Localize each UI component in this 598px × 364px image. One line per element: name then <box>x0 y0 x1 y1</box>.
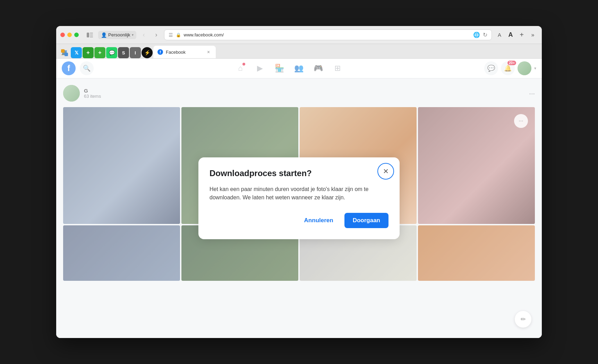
browser-actions: A A + » <box>495 30 538 40</box>
svg-rect-7 <box>65 53 68 56</box>
translate-icon[interactable]: 🌐 <box>473 32 480 38</box>
extension-relay-icon[interactable] <box>59 47 70 58</box>
svg-rect-0 <box>87 33 89 37</box>
new-tab-button[interactable]: + <box>517 30 527 40</box>
profile-button[interactable]: 👤 Persoonlijk ▾ <box>98 31 136 39</box>
close-icon: ✕ <box>383 167 389 175</box>
text-decrease-button[interactable]: A <box>495 30 504 40</box>
title-bar: 👤 Persoonlijk ▾ ‹ › ☰ 🔒 www.facebook.com… <box>56 26 542 44</box>
reload-icon[interactable]: ↻ <box>483 32 487 38</box>
svg-rect-1 <box>90 33 93 34</box>
extensions-button[interactable]: » <box>528 30 538 40</box>
extension-green-plus-2-icon[interactable]: + <box>94 47 105 58</box>
extension-lightning-icon[interactable]: ⚡ <box>142 47 153 58</box>
svg-rect-3 <box>90 36 93 37</box>
tab-favicon: f <box>157 49 163 55</box>
modal-dialog: ✕ Downloadproces starten? Het kan een pa… <box>198 157 400 239</box>
url-display: www.facebook.com/ <box>184 32 470 37</box>
lock-icon: 🔒 <box>176 33 181 37</box>
modal-actions: Annuleren Doorgaan <box>210 213 388 228</box>
sidebar-toggle-button[interactable] <box>84 30 95 40</box>
extension-s-icon[interactable]: S <box>118 47 129 58</box>
reader-icon: ☰ <box>169 32 173 38</box>
cancel-button[interactable]: Annuleren <box>299 214 339 227</box>
chevron-down-icon: ▾ <box>132 33 134 37</box>
sidebar-icon <box>87 33 93 37</box>
address-bar[interactable]: ☰ 🔒 www.facebook.com/ 🌐 ↻ <box>164 29 492 40</box>
close-traffic-light[interactable] <box>60 33 65 37</box>
svg-rect-6 <box>61 49 65 53</box>
traffic-lights <box>60 33 79 37</box>
modal-body: Het kan een paar minuten duren voordat j… <box>210 185 388 202</box>
svg-rect-2 <box>90 34 93 35</box>
page-content: f 🔍 ⌂ ▶ 🏪 👥 🎮 ⊞ 💬 🔔 20+ ▾ <box>56 59 542 338</box>
extension-whatsapp-icon[interactable]: 💬 <box>106 47 117 58</box>
extension-i-icon[interactable]: I <box>130 47 141 58</box>
modal-close-button[interactable]: ✕ <box>377 163 394 180</box>
minimize-traffic-light[interactable] <box>67 33 72 37</box>
text-increase-button[interactable]: A <box>506 30 515 40</box>
active-tab[interactable]: f Facebook × <box>153 46 216 58</box>
back-button[interactable]: ‹ <box>139 30 149 40</box>
confirm-button[interactable]: Doorgaan <box>344 213 388 228</box>
browser-window: 👤 Persoonlijk ▾ ‹ › ☰ 🔒 www.facebook.com… <box>56 26 542 338</box>
tab-title: Facebook <box>166 50 203 55</box>
tab-bar: 𝕏 + + 💬 S I ⚡ f Facebook × <box>56 44 542 59</box>
extension-twitter-icon[interactable]: 𝕏 <box>71 47 82 58</box>
extension-green-plus-1-icon[interactable]: + <box>83 47 94 58</box>
modal-backdrop: ✕ Downloadproces starten? Het kan een pa… <box>56 59 542 338</box>
maximize-traffic-light[interactable] <box>74 33 79 37</box>
tab-close-button[interactable]: × <box>205 49 212 55</box>
profile-label: Persoonlijk <box>108 32 130 37</box>
modal-title: Downloadproces starten? <box>210 168 388 178</box>
forward-button[interactable]: › <box>152 30 161 40</box>
relay-icon <box>61 49 68 57</box>
